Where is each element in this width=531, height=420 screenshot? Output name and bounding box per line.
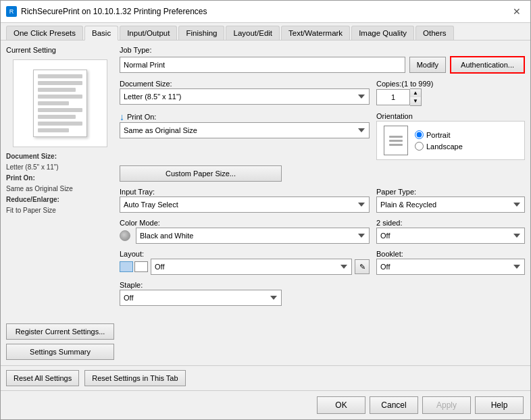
color-mode-select[interactable]: Black and WhiteColorAuto <box>136 228 370 244</box>
tab-text-watermark[interactable]: Text/Watermark <box>281 26 350 40</box>
booklet-select[interactable]: OffOn <box>376 259 525 275</box>
print-on-arrow-icon: ↓ <box>120 111 124 122</box>
preview-line <box>38 115 76 119</box>
two-sided-col: 2 sided: OffLong EdgeShort Edge <box>376 218 525 244</box>
tray-paper-row: Input Tray: Auto Tray SelectTray 1Tray 2… <box>120 187 525 213</box>
close-button[interactable]: ✕ <box>509 5 525 18</box>
print-on-select[interactable]: Same as Original SizeA4LetterLegal <box>120 122 370 138</box>
reduce-label: Reduce/Enlarge: <box>6 196 59 203</box>
copies-up-button[interactable]: ▲ <box>410 89 421 97</box>
two-sided-select[interactable]: OffLong EdgeShort Edge <box>376 228 525 244</box>
tab-finishing[interactable]: Finishing <box>178 26 224 40</box>
title-bar-left: R RichSecurePrint on 10.10.1.32 Printing… <box>6 6 207 17</box>
print-on-col: ↓ Print On: Same as Original SizeA4Lette… <box>120 111 370 160</box>
preview-line <box>38 108 82 112</box>
window-title: RichSecurePrint on 10.10.1.32 Printing P… <box>21 7 207 16</box>
paper-type-col: Paper Type: Plain & RecycledPlainRecycle… <box>376 187 525 213</box>
print-on-label: Print On: <box>6 174 35 182</box>
register-button[interactable]: Register Current Settings... <box>6 323 114 340</box>
booklet-col: Booklet: OffOn <box>376 249 525 275</box>
custom-paper-button[interactable]: Custom Paper Size... <box>120 165 282 182</box>
right-panel: Job Type: Modify Authentication... Docum… <box>120 46 525 360</box>
print-on-row: ↓ Print On: <box>120 111 370 122</box>
landscape-label: Landscape <box>426 142 463 151</box>
layout-select[interactable]: Off2 Up4 Up6 Up <box>151 259 352 275</box>
doc-size-value: Letter (8.5" x 11") <box>6 163 59 171</box>
document-size-select[interactable]: Letter (8.5" x 11")A4LegalCustom <box>120 88 370 105</box>
copies-input[interactable] <box>376 89 410 105</box>
current-setting-label: Current Setting <box>6 46 114 54</box>
job-type-input[interactable] <box>120 57 405 73</box>
color-mode-col: Color Mode: Black and WhiteColorAuto <box>120 218 370 244</box>
preview-box <box>13 59 107 147</box>
tab-others[interactable]: Others <box>415 26 454 40</box>
content-area: Current Setting Document Size: Letter (8… <box>1 41 530 365</box>
ok-button[interactable]: OK <box>317 396 365 414</box>
reduce-value: Fit to Paper Size <box>6 207 56 214</box>
job-type-label: Job Type: <box>120 46 525 54</box>
apply-button[interactable]: Apply <box>422 396 471 414</box>
tab-basic[interactable]: Basic <box>84 26 118 41</box>
portrait-radio-label[interactable]: Portrait <box>415 130 463 139</box>
two-sided-label: 2 sided: <box>376 219 403 227</box>
staple-group: Staple: OffTop LeftTop Right2 Left2 Top2… <box>120 280 282 306</box>
tabs-bar: One Click Presets Basic Input/Output Fin… <box>1 23 530 41</box>
layout-col: Layout: Off2 Up4 Up6 Up ✎ <box>120 249 370 275</box>
custom-paper-row: Custom Paper Size... <box>120 165 525 182</box>
orient-line <box>389 140 403 142</box>
dialog-buttons: OK Cancel Apply Help <box>1 390 530 419</box>
tab-one-click-presets[interactable]: One Click Presets <box>6 26 83 40</box>
orientation-radios: Portrait Landscape <box>415 130 463 151</box>
preview-line <box>38 88 76 92</box>
landscape-radio[interactable] <box>415 142 424 151</box>
staple-label: Staple: <box>120 281 143 289</box>
paper-type-select[interactable]: Plain & RecycledPlainRecycledThickThin <box>376 196 525 213</box>
layout-icons <box>120 261 148 272</box>
modify-button[interactable]: Modify <box>409 57 446 73</box>
job-type-row: Modify Authentication... <box>120 56 525 74</box>
tab-input-output[interactable]: Input/Output <box>120 26 177 40</box>
layout-booklet-row: Layout: Off2 Up4 Up6 Up ✎ Booklet: OffOn <box>120 249 525 275</box>
layout-page-icon-2 <box>134 261 148 272</box>
doc-size-label-right: Document Size: <box>120 80 172 88</box>
preview-line <box>38 74 82 78</box>
left-panel: Current Setting Document Size: Letter (8… <box>6 46 114 360</box>
staple-select[interactable]: OffTop LeftTop Right2 Left2 Top2 Right <box>120 290 282 306</box>
tab-image-quality[interactable]: Image Quality <box>351 26 414 40</box>
orientation-col: Orientation Portrait <box>376 111 525 160</box>
copies-down-button[interactable]: ▼ <box>410 97 421 105</box>
layout-edit-button[interactable]: ✎ <box>355 259 370 274</box>
reset-all-button[interactable]: Reset All Settings <box>6 370 79 386</box>
orientation-icon <box>384 126 408 155</box>
copies-box: ▲ ▼ <box>376 88 525 106</box>
input-tray-col: Input Tray: Auto Tray SelectTray 1Tray 2… <box>120 187 370 213</box>
color-mode-icon <box>120 230 130 241</box>
cancel-button[interactable]: Cancel <box>370 396 418 414</box>
doc-size-label: Document Size: <box>6 153 57 160</box>
doc-size-col: Document Size: Letter (8.5" x 11")A4Lega… <box>120 79 370 106</box>
landscape-radio-label[interactable]: Landscape <box>415 142 463 151</box>
layout-page-icon-1 <box>120 261 133 272</box>
orient-line <box>389 144 403 146</box>
portrait-radio[interactable] <box>415 130 424 139</box>
portrait-label: Portrait <box>426 131 450 139</box>
tab-layout-edit[interactable]: Layout/Edit <box>226 26 280 40</box>
orientation-label: Orientation <box>376 112 413 120</box>
main-window: R RichSecurePrint on 10.10.1.32 Printing… <box>0 0 531 420</box>
reset-tab-button[interactable]: Reset Settings in This Tab <box>84 370 185 386</box>
summary-button[interactable]: Settings Summary <box>6 344 114 360</box>
preview-line <box>38 81 82 85</box>
help-button[interactable]: Help <box>475 396 524 414</box>
preview-line <box>38 128 69 132</box>
input-tray-select[interactable]: Auto Tray SelectTray 1Tray 2Bypass Tray <box>120 196 370 213</box>
paper-type-label: Paper Type: <box>376 188 416 196</box>
preview-line <box>38 122 82 126</box>
preview-line <box>38 101 69 105</box>
print-on-orientation-row: ↓ Print On: Same as Original SizeA4Lette… <box>120 111 525 160</box>
setting-info: Document Size: Letter (8.5" x 11") Print… <box>6 151 114 216</box>
input-tray-label: Input Tray: <box>120 188 155 196</box>
page-preview <box>33 70 87 137</box>
layout-row: Off2 Up4 Up6 Up ✎ <box>120 259 370 275</box>
orient-line <box>389 136 403 138</box>
authentication-button[interactable]: Authentication... <box>450 56 525 74</box>
